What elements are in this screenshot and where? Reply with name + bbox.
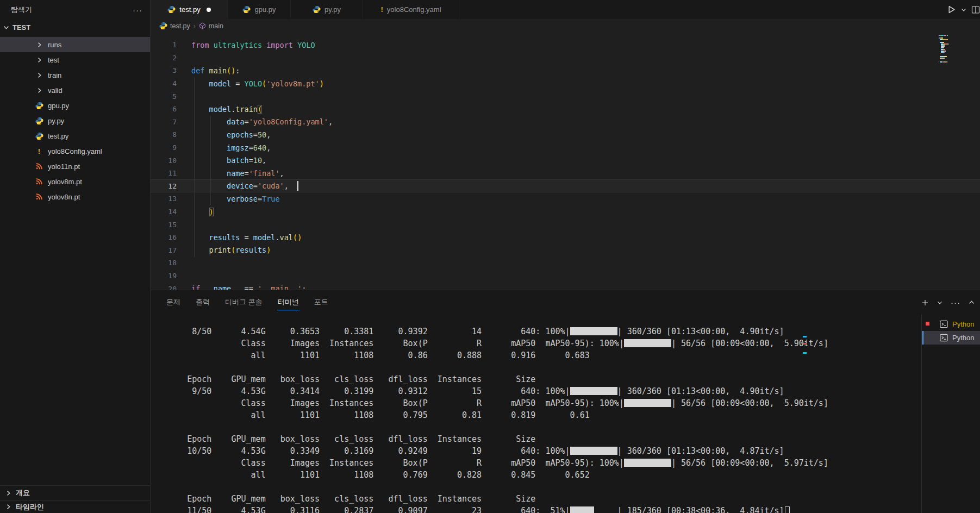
panel-tab-1[interactable]: 출력 [195,295,210,310]
breadcrumb-symbol[interactable]: main [199,22,223,30]
terminal-list-item-0[interactable]: Python [922,317,980,331]
code-token: , [284,182,289,190]
code-token: __name__ [204,284,240,290]
progress-bar [570,506,617,513]
code-token: True [262,195,280,203]
code-token [191,246,209,254]
sidebar-item-yolov8n-pt[interactable]: yolov8n.pt [0,189,150,204]
code-token: , [328,117,333,126]
sidebar-item-label: runs [48,41,61,49]
panel-tab-4[interactable]: 포트 [314,295,329,310]
sidebar-item-py-py[interactable]: py.py [0,113,150,128]
sidebar-item-label: yolo11n.pt [48,162,80,171]
sidebar-item-train[interactable]: train [0,67,150,83]
code-lines: 1from ultralytics import YOLO23def main(… [151,39,980,290]
vscode-window: 탐색기 ··· TEST runstesttrainvalidgpu.pypy.… [0,0,980,513]
code-token: device [227,182,253,190]
sidebar-section-timeline[interactable]: 타임라인 [0,500,150,513]
tab-label: py.py [324,5,341,14]
panel-tab-2[interactable]: 디버그 콘솔 [224,295,263,310]
explorer-more-icon[interactable]: ··· [133,5,142,15]
panel-tab-0[interactable]: 문제 [166,295,181,310]
code-line: 6 model.train( [151,103,980,116]
code-line: 8 epochs=50, [151,128,980,141]
code-token: results [209,233,240,242]
sidebar-item-yolov8m-pt[interactable]: yolov8m.pt [0,174,150,189]
python-icon [167,5,176,14]
line-number: 6 [151,105,177,113]
code-line: 4 model = YOLO('yolov8m.pt') [151,77,980,90]
sidebar-item-yolo8Config-yaml[interactable]: !yolo8Config.yaml [0,143,150,159]
code-token: = [245,169,249,178]
terminal-text: 10/50 4.53G 0.3349 0.3169 0.9249 19 640:… [158,446,570,456]
code-token: 10 [253,156,262,165]
new-terminal-icon[interactable] [921,299,929,306]
tab-yolo8Config-yaml[interactable]: !yolo8Config.yaml [363,0,459,19]
terminal-line: Epoch GPU_mem box_loss cls_loss dfl_loss… [158,373,919,385]
sidebar-item-runs[interactable]: runs [0,37,150,52]
terminal-decoration-cyan [803,336,807,337]
minimap[interactable] [939,35,959,63]
tab-label: yolo8Config.yaml [387,5,441,14]
sidebar-item-valid[interactable]: valid [0,83,150,98]
terminal-line: all 1101 1108 0.795 0.81 0.819 0.61 [158,409,919,421]
code-token [262,41,266,49]
terminal-text: | 56/56 [00:09<00:00, 5.97it/s] [671,458,828,468]
code-line: 19 [151,270,980,283]
sidebar-item-yolo11n-pt[interactable]: yolo11n.pt [0,159,150,174]
run-dropdown-chevron-icon[interactable] [961,7,966,12]
chevron-right-icon [35,40,43,49]
code-token [289,182,297,190]
code-token [191,182,227,190]
terminal-profile-chevron-icon[interactable] [937,300,942,305]
breadcrumb-file[interactable]: test.py [159,22,190,30]
text-cursor [297,181,298,191]
panel-more-icon[interactable]: ··· [951,298,960,307]
tab-gpu-py[interactable]: gpu.py [228,0,291,19]
line-number: 19 [151,272,177,280]
terminal-line: all 1101 1108 0.769 0.828 0.845 0.652 [158,469,919,481]
code-line: 2 [151,52,980,65]
run-python-file-icon[interactable] [947,5,956,14]
terminal-text: | 360/360 [01:13<00:00, 4.90it/s] [617,386,784,396]
code-line: 17 print(results) [151,244,980,257]
code-text: if __name__ == '__main__': [191,284,306,290]
sidebar-item-label: valid [48,86,63,95]
panel-tab-3[interactable]: 터미널 [277,295,299,310]
line-number: 8 [151,130,177,139]
code-token: YOLO [245,79,263,88]
section-label: 개요 [16,488,30,498]
code-editor[interactable]: 1from ultralytics import YOLO23def main(… [151,33,980,290]
code-token [191,143,227,152]
code-token: 'final' [249,169,280,178]
explorer-section-test[interactable]: TEST [0,20,150,35]
split-editor-icon[interactable] [971,5,980,14]
code-token: = [240,233,253,242]
terminal-tabs-list: PythonPython [922,317,980,345]
code-text: imgsz=640, [191,143,271,152]
terminal-text: Class Images Instances Box(P R mAP50 mAP… [158,398,624,408]
sidebar-item-test-py[interactable]: test.py [0,128,150,143]
maximize-panel-icon[interactable] [969,299,975,305]
sidebar-item-label: test [48,56,59,64]
sidebar-item-gpu-py[interactable]: gpu.py [0,98,150,113]
explorer-title: 탐색기 [11,5,32,15]
tab-test-py[interactable]: test.py [151,0,228,19]
tab-py-py[interactable]: py.py [291,0,363,19]
chevron-right-icon [5,490,11,496]
python-icon [35,101,43,110]
sidebar-section-outline[interactable]: 개요 [0,485,150,500]
terminal-line: Class Images Instances Box(P R mAP50 mAP… [158,397,919,409]
code-token [209,41,214,49]
terminal-text: | 56/56 [00:09<00:00, 5.90it/s] [671,398,828,408]
code-token: ( [293,233,297,242]
sidebar-item-test[interactable]: test [0,52,150,67]
code-text: print(results) [191,246,271,254]
terminal-list-item-1[interactable]: Python [922,331,980,345]
modified-dot-icon[interactable] [207,8,211,12]
bottom-panel: 문제출력디버그 콘솔터미널포트 ··· 8/50 4.54G 0.3653 [151,290,980,513]
code-line: 20if __name__ == '__main__': [151,282,980,290]
python-icon [35,132,43,140]
code-text: results = model.val() [191,233,302,242]
sidebar-item-label: test.py [48,132,68,140]
